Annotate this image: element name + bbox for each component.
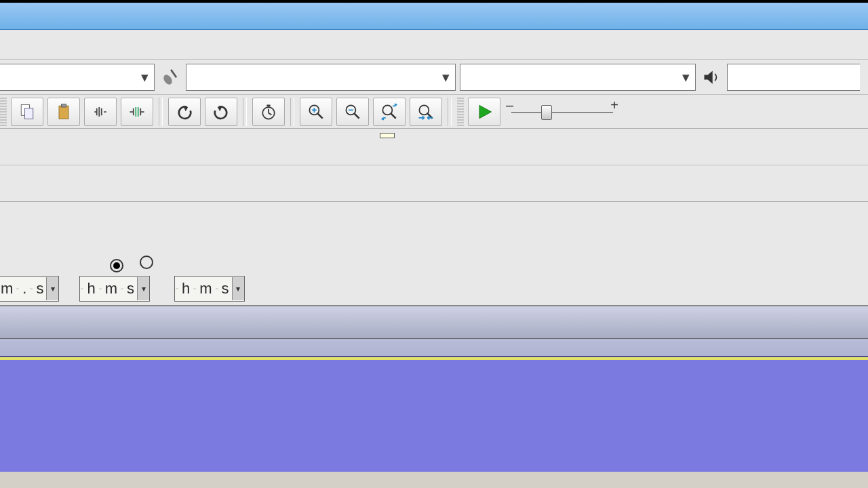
playback-speed-slider[interactable]: – + bbox=[505, 102, 620, 122]
silence-button[interactable] bbox=[121, 98, 153, 126]
menu-analyze[interactable] bbox=[0, 42, 5, 47]
dropdown-arrow-icon[interactable]: ▾ bbox=[137, 277, 149, 300]
redo-button[interactable] bbox=[205, 98, 237, 126]
copy-button[interactable] bbox=[11, 98, 43, 126]
audio-host-combo[interactable]: ▾ bbox=[0, 64, 155, 91]
selection-start-field[interactable]: m . s ▾ bbox=[0, 276, 59, 302]
toolbar-grip[interactable] bbox=[0, 98, 7, 126]
edit-toolbar: – + bbox=[0, 95, 868, 129]
speaker-icon bbox=[700, 66, 723, 89]
playback-meter[interactable] bbox=[0, 165, 868, 202]
toolbar-separator bbox=[448, 98, 452, 126]
plus-icon: + bbox=[610, 98, 618, 113]
dropdown-arrow-icon: ▾ bbox=[138, 69, 151, 85]
svg-rect-4 bbox=[59, 106, 68, 119]
start-monitoring-tooltip bbox=[380, 133, 395, 138]
selection-bar bbox=[0, 245, 868, 272]
toolbar-separator bbox=[290, 98, 294, 126]
recording-channels-combo[interactable]: ▾ bbox=[460, 64, 696, 91]
recording-device-combo[interactable]: ▾ bbox=[186, 64, 456, 91]
svg-marker-12 bbox=[479, 105, 492, 118]
menu-help[interactable] bbox=[22, 42, 30, 47]
toolbar-separator bbox=[243, 98, 247, 126]
toolbar-separator bbox=[159, 98, 163, 126]
selection-length-radio[interactable] bbox=[140, 253, 157, 271]
undo-button[interactable] bbox=[168, 98, 201, 126]
slider-thumb[interactable] bbox=[541, 105, 552, 120]
device-toolbar: ▾ ▾ ▾ bbox=[0, 60, 868, 95]
toolbar-grip[interactable] bbox=[457, 98, 464, 126]
playback-device-combo[interactable] bbox=[727, 64, 860, 91]
timer-record-button[interactable] bbox=[252, 98, 285, 126]
svg-point-10 bbox=[382, 105, 392, 115]
audio-waveform[interactable] bbox=[0, 357, 868, 472]
dropdown-arrow-icon: ▾ bbox=[679, 69, 692, 85]
minus-icon: – bbox=[506, 98, 513, 113]
timeline-ruler[interactable] bbox=[0, 306, 868, 339]
dropdown-arrow-icon[interactable]: ▾ bbox=[46, 277, 58, 300]
svg-rect-7 bbox=[267, 104, 270, 106]
dropdown-arrow-icon[interactable]: ▾ bbox=[232, 277, 244, 300]
time-fields-bar: m . s ▾ h m s ▾ h m s ▾ bbox=[0, 272, 868, 306]
svg-rect-5 bbox=[62, 104, 66, 106]
svg-rect-1 bbox=[170, 68, 177, 77]
svg-point-11 bbox=[419, 105, 429, 115]
fit-project-button[interactable] bbox=[410, 98, 442, 126]
window-title-bar bbox=[0, 3, 868, 30]
trim-button[interactable] bbox=[84, 98, 117, 126]
paste-button[interactable] bbox=[47, 98, 80, 126]
track-header-strip bbox=[0, 339, 868, 357]
zoom-out-button[interactable] bbox=[336, 98, 369, 126]
microphone-icon bbox=[159, 66, 182, 89]
selection-end-radio[interactable] bbox=[110, 253, 127, 271]
menu-bar bbox=[0, 30, 868, 60]
zoom-in-button[interactable] bbox=[300, 98, 332, 126]
svg-point-0 bbox=[162, 73, 174, 86]
fit-selection-button[interactable] bbox=[373, 98, 406, 126]
audio-position-field[interactable]: h m s ▾ bbox=[174, 276, 245, 302]
play-at-speed-button[interactable] bbox=[468, 98, 500, 126]
recording-meter[interactable] bbox=[0, 129, 868, 165]
svg-rect-3 bbox=[25, 108, 33, 119]
dropdown-arrow-icon: ▾ bbox=[439, 69, 452, 85]
selection-end-field[interactable]: h m s ▾ bbox=[79, 276, 150, 302]
